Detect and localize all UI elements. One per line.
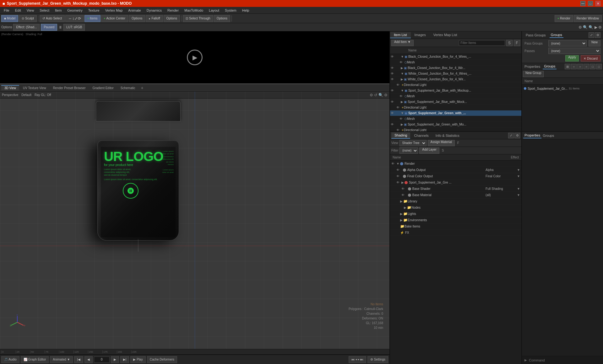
menu-animate[interactable]: Animate (126, 8, 143, 13)
shader-item[interactable]: 👁 Alpha Output Alpha ▼ (390, 167, 521, 173)
list-item[interactable]: 👁 ⬡ Mesh (390, 116, 521, 122)
lut-btn[interactable]: LUT: sRGB (63, 24, 85, 31)
tab-properties-bottom[interactable]: Properties (523, 133, 541, 138)
sculpt-btn[interactable]: ⊙ Sculpt (19, 15, 37, 22)
tab-properties[interactable]: Properties (523, 64, 541, 69)
audio-btn[interactable]: 🎵 Audio (1, 356, 19, 363)
paused-btn[interactable]: Paused (41, 24, 57, 31)
expand-panel-icon[interactable]: ⤢ (589, 32, 594, 38)
visibility-icon[interactable]: 👁 (391, 72, 396, 75)
list-item[interactable]: 👁 ▼ ▣ Sport_Supplement_Jar_Blue_with_Moc… (390, 88, 521, 94)
tab-groups-bottom[interactable]: Groups (541, 133, 555, 138)
settings-btn[interactable]: ⚙ Settings (367, 356, 388, 363)
3d-viewport[interactable]: Perspective Default Ray GL: Off ⚙ ↺ 🔍 ⚙ … (0, 92, 389, 349)
list-item[interactable]: 👁 ☀ Directional Light (390, 105, 521, 110)
options-btn-3[interactable]: Options (214, 15, 230, 22)
tab-images[interactable]: Images (411, 32, 430, 38)
expand-arrow[interactable]: ▶ (400, 200, 403, 203)
render-window-btn[interactable]: Render Window (574, 15, 602, 22)
chevron-icon[interactable]: ▼ (517, 187, 520, 190)
list-item[interactable]: 👁 ▶ ▣ Black_Closed_Junction_Box_for_4_Wi… (390, 65, 521, 71)
expand-arrow[interactable]: ▼ (396, 162, 399, 165)
graph-editor-btn[interactable]: 📈 Graph Editor (21, 356, 49, 363)
tab-channels[interactable]: Channels (411, 133, 432, 138)
group-item[interactable]: Sport_Supplement_Jar_Gr... 31 Items (523, 85, 602, 92)
filter-dropdown[interactable]: (none) (399, 147, 418, 154)
next-keyframe-btn[interactable]: ▶| (120, 356, 129, 363)
chevron-icon[interactable]: ▼ (517, 174, 520, 178)
command-input[interactable] (529, 358, 600, 362)
visibility-icon[interactable]: 👁 (396, 128, 401, 131)
tab-uv-texture[interactable]: UV Texture View (20, 85, 49, 90)
list-item[interactable]: 👁 ▶ ▣ White_Closed_Junction_Box_for_4_Wi… (390, 77, 521, 82)
items-btn[interactable]: Items (84, 15, 100, 22)
menu-item[interactable]: Item (52, 8, 64, 13)
visibility-icon[interactable]: 👁 (391, 55, 396, 58)
sub-icon-2[interactable]: ○ (571, 64, 577, 69)
render-btn[interactable]: Render (555, 15, 573, 22)
shader-item[interactable]: 👁 Base Shader Full Shading ▼ (390, 186, 521, 192)
transform-btns[interactable]: ↔ ↕ ⤢ ⟳ (65, 15, 84, 22)
menu-maxtomodo[interactable]: MaxToModo (182, 8, 206, 13)
shader-item[interactable]: 👁 Base Material (all) ▼ (390, 192, 521, 198)
visibility-icon[interactable]: 👁 (396, 168, 401, 172)
expand-icon[interactable]: ⤢ (508, 133, 514, 138)
shader-item[interactable]: 👁 ▼ Render (390, 161, 521, 167)
action-center-btn[interactable]: Action Center (101, 15, 128, 22)
sub-icon-3[interactable]: ○ (577, 64, 583, 69)
select-through-btn[interactable]: ⊡ Select Through (183, 15, 213, 22)
tab-gradient-editor[interactable]: Gradient Editor (90, 85, 117, 90)
shader-folder[interactable]: ▶ 📁 Environments (390, 217, 521, 223)
options-btn-2[interactable]: Options (164, 15, 180, 22)
list-item[interactable]: 👁 ☀ Directional Light (390, 127, 521, 131)
tab-pass-groups[interactable]: Pass Groups (524, 33, 547, 38)
chevron-icon[interactable]: ▼ (517, 193, 520, 197)
menu-view[interactable]: View (24, 8, 37, 13)
settings-icon[interactable]: ⚙ (514, 133, 520, 138)
expand-arrow[interactable]: ▶ (400, 218, 403, 222)
visibility-icon[interactable]: 👁 (391, 100, 396, 104)
expand-arrow[interactable]: ▼ (401, 72, 404, 75)
passes-dropdown[interactable]: (none) (548, 48, 600, 54)
falloff-btn[interactable]: ⬥ Falloff (146, 15, 163, 22)
menu-edit[interactable]: Edit (13, 8, 24, 13)
visibility-icon[interactable]: 👁 (391, 162, 396, 165)
visibility-icon[interactable]: 👁 (391, 89, 396, 92)
list-item[interactable]: 👁 ▼ ▣ Sport_Supplement_Jar_Green_with_..… (390, 110, 521, 116)
visibility-icon[interactable]: 👁 (399, 117, 405, 120)
shader-folder[interactable]: ▶ 📁 Lights (390, 211, 521, 217)
visibility-icon[interactable]: 👁 (391, 123, 396, 126)
sub-icon-6[interactable]: □ (596, 64, 602, 69)
visibility-icon[interactable]: 👁 (396, 181, 401, 184)
shader-folder[interactable]: ⚡ FX (390, 230, 521, 236)
shader-folder[interactable]: ▶ 📁 Library (390, 198, 521, 205)
list-item[interactable]: 👁 ☀ Directional Light (390, 82, 521, 88)
tab-3d-view[interactable]: 3D View (1, 85, 19, 90)
expand-arrow[interactable]: ▶ (401, 181, 404, 184)
cache-deformers-btn[interactable]: Cache Deformers (147, 356, 177, 363)
sub-icon-4[interactable]: ○ (584, 64, 589, 69)
chevron-icon[interactable]: ▼ (517, 168, 520, 172)
new-group-btn[interactable]: New Group (523, 71, 544, 77)
list-item[interactable]: 👁 ▼ ▣ White_Closed_Junction_Box_for_4_Wi… (390, 71, 521, 77)
next-frame-btn[interactable]: ▶ (111, 356, 119, 363)
visibility-icon[interactable]: 👁 (391, 66, 396, 70)
tab-shading[interactable]: Shading (391, 132, 410, 139)
options-btn-1[interactable]: Options (129, 15, 145, 22)
menu-file[interactable]: File (1, 8, 12, 13)
maximize-btn[interactable]: □ (588, 1, 593, 6)
visibility-icon[interactable]: 👁 (399, 61, 405, 64)
list-item[interactable]: 👁 ▶ ▣ Sport_Supplement_Jar_Blue_with_Moc… (390, 99, 521, 105)
menu-select[interactable]: Select (37, 8, 52, 13)
tab-item-list[interactable]: Item List (390, 32, 411, 38)
effect-btn[interactable]: Effect: (Shad... (13, 24, 40, 31)
expand-arrow[interactable]: ▶ (401, 123, 403, 126)
expand-arrow[interactable]: ▼ (401, 111, 404, 115)
add-layer-btn[interactable]: Add Layer (419, 147, 439, 154)
visibility-icon[interactable]: 👁 (396, 174, 401, 178)
add-tab-btn[interactable]: + (139, 85, 145, 90)
visibility-icon[interactable]: 👁 (391, 111, 396, 115)
filter-items-input[interactable] (459, 40, 505, 46)
tab-groups-sub[interactable]: Groups (543, 64, 557, 69)
shader-folder[interactable]: 📁 Bake Items (390, 223, 521, 230)
